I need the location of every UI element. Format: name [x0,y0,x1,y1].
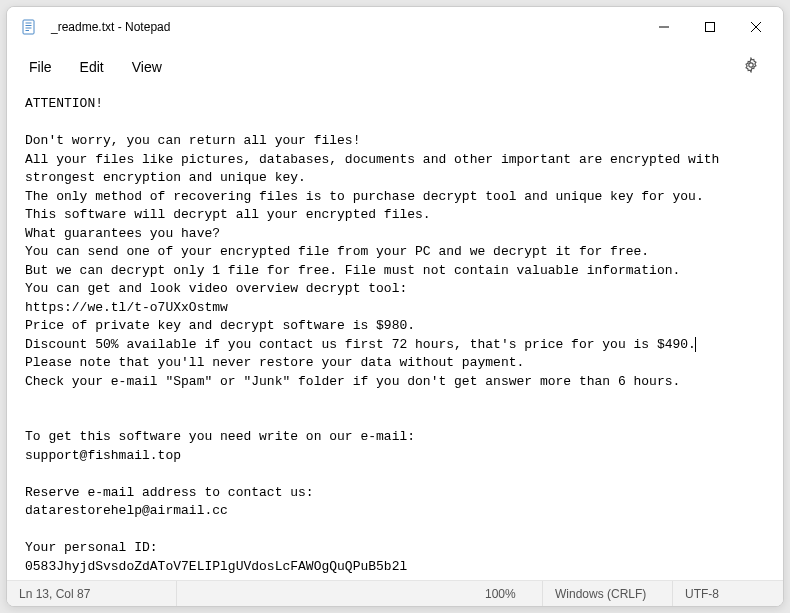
text-line: Your personal ID: [25,540,158,555]
menu-edit[interactable]: Edit [66,53,118,81]
notepad-window: _readme.txt - Notepad File Edit View ATT… [6,6,784,607]
notepad-app-icon [21,19,37,35]
text-line: Check your e-mail "Spam" or "Junk" folde… [25,374,680,389]
menu-view[interactable]: View [118,53,176,81]
status-encoding: UTF-8 [673,581,783,606]
text-line: To get this software you need write on o… [25,429,415,444]
text-line: ATTENTION! [25,96,103,111]
text-line: But we can decrypt only 1 file for free.… [25,263,680,278]
close-button[interactable] [733,7,779,47]
svg-rect-6 [706,23,715,32]
text-line: support@fishmail.top [25,448,181,463]
settings-button[interactable] [733,49,769,85]
text-line: Please note that you'll never restore yo… [25,355,524,370]
window-controls [641,7,779,47]
text-editor-area[interactable]: ATTENTION! Don't worry, you can return a… [7,87,783,580]
status-eol: Windows (CRLF) [543,581,673,606]
window-title: _readme.txt - Notepad [51,20,641,34]
text-line: You can get and look video overview decr… [25,281,407,296]
text-line: All your files like pictures, databases,… [25,152,727,186]
text-line: Price of private key and decrypt softwar… [25,318,415,333]
gear-icon [743,57,759,77]
status-position: Ln 13, Col 87 [7,581,177,606]
maximize-button[interactable] [687,7,733,47]
text-line: This software will decrypt all your encr… [25,207,431,222]
text-line: https://we.tl/t-o7UXxOstmw [25,300,228,315]
status-zoom[interactable]: 100% [473,581,543,606]
text-line: What guarantees you have? [25,226,220,241]
minimize-button[interactable] [641,7,687,47]
svg-rect-0 [23,20,34,34]
text-cursor [695,337,696,352]
text-line: Discount 50% available if you contact us… [25,337,696,352]
menubar: File Edit View [7,47,783,87]
text-line: datarestorehelp@airmail.cc [25,503,228,518]
text-line: Don't worry, you can return all your fil… [25,133,360,148]
text-line: Reserve e-mail address to contact us: [25,485,314,500]
menu-file[interactable]: File [15,53,66,81]
statusbar: Ln 13, Col 87 100% Windows (CRLF) UTF-8 [7,580,783,606]
text-line: 0583JhyjdSvsdoZdAToV7ELIPlgUVdosLcFAWOgQ… [25,559,407,574]
text-line: The only method of recovering files is t… [25,189,704,204]
text-line: You can send one of your encrypted file … [25,244,649,259]
titlebar[interactable]: _readme.txt - Notepad [7,7,783,47]
